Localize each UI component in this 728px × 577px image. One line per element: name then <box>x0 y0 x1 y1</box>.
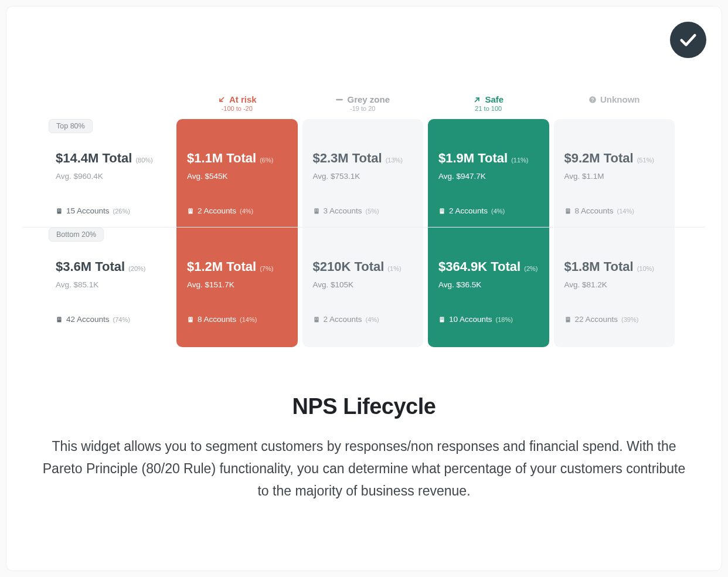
svg-rect-10 <box>189 208 193 213</box>
building-icon <box>56 316 63 323</box>
svg-rect-46 <box>441 318 441 318</box>
svg-rect-18 <box>315 211 316 211</box>
question-circle-icon <box>588 96 597 104</box>
svg-line-2 <box>475 98 479 101</box>
col-label: Grey zone <box>347 94 390 104</box>
svg-rect-35 <box>189 317 193 322</box>
cell-bottom-unknown[interactable]: $1.8M Total(10%) Avg. $81.2K 22 Accounts… <box>554 228 675 347</box>
cell-top-unknown[interactable]: $9.2M Total(51%) Avg. $1.1M 8 Accounts(1… <box>554 119 675 227</box>
arrow-down-left-icon <box>217 96 226 104</box>
building-icon <box>313 208 320 215</box>
col-label: Safe <box>485 94 504 104</box>
svg-rect-42 <box>317 318 317 318</box>
svg-rect-47 <box>443 318 443 318</box>
row-total: $3.6M Total (20%) <box>56 259 169 274</box>
col-range: 21 to 100 <box>475 105 502 112</box>
svg-rect-32 <box>60 318 60 318</box>
svg-rect-38 <box>189 319 190 320</box>
svg-rect-17 <box>317 209 317 210</box>
svg-rect-29 <box>568 211 569 211</box>
col-header-grey-zone: Grey zone -19 to 20 <box>300 94 426 119</box>
svg-rect-48 <box>441 319 441 320</box>
cell-bottom-risk[interactable]: $1.2M Total(7%) Avg. $151.7K 8 Accounts(… <box>176 228 298 347</box>
building-icon <box>438 316 445 323</box>
svg-rect-34 <box>60 319 60 320</box>
svg-point-4 <box>592 101 593 101</box>
col-header-unknown: Unknown <box>552 94 678 119</box>
svg-rect-14 <box>191 211 192 211</box>
svg-rect-5 <box>57 208 62 213</box>
lifecycle-grid: At risk -100 to -20 Grey zone -19 to 20 … <box>51 94 677 347</box>
svg-rect-40 <box>314 317 318 322</box>
selected-check-icon[interactable] <box>670 22 706 58</box>
svg-rect-27 <box>568 209 569 210</box>
widget-caption: NPS Lifecycle This widget allows you to … <box>23 394 705 503</box>
svg-rect-43 <box>315 319 316 320</box>
cell-top-risk[interactable]: $1.1M Total(6%) Avg. $545K 2 Accounts(4%… <box>176 119 298 227</box>
svg-rect-54 <box>568 319 569 320</box>
svg-rect-53 <box>567 319 567 320</box>
svg-rect-15 <box>314 208 318 213</box>
svg-rect-30 <box>57 317 62 322</box>
row-accounts: 15 Accounts (26%) <box>56 206 169 215</box>
svg-rect-49 <box>443 319 443 320</box>
row-summary: Top 80% $14.4M Total (80%) Avg. $960.4K … <box>51 119 174 227</box>
row-badge: Top 80% <box>49 119 93 133</box>
svg-rect-19 <box>317 211 317 211</box>
col-header-at-risk: At risk -100 to -20 <box>174 94 300 119</box>
row-summary: Bottom 20% $3.6M Total (20%) Avg. $85.1K… <box>51 228 174 347</box>
cell-top-safe[interactable]: $1.9M Total(11%) Avg. $947.7K 2 Accounts… <box>428 119 549 227</box>
svg-rect-26 <box>567 209 567 210</box>
svg-rect-6 <box>58 209 59 210</box>
row-accounts: 42 Accounts (74%) <box>56 315 169 324</box>
svg-rect-23 <box>441 211 441 211</box>
svg-rect-36 <box>189 318 190 318</box>
col-label: Unknown <box>600 94 640 104</box>
cell-bottom-grey[interactable]: $210K Total(1%) Avg. $105K 2 Accounts(4%… <box>302 228 424 347</box>
svg-rect-31 <box>58 318 59 318</box>
row-avg: Avg. $960.4K <box>56 172 169 181</box>
col-label: At risk <box>229 94 257 104</box>
building-icon <box>564 208 571 215</box>
widget-title: NPS Lifecycle <box>37 394 691 419</box>
svg-rect-45 <box>440 317 444 322</box>
svg-rect-20 <box>440 208 444 213</box>
building-icon <box>56 208 63 215</box>
svg-rect-24 <box>443 211 443 211</box>
svg-rect-37 <box>191 318 192 318</box>
row-total: $14.4M Total (80%) <box>56 151 169 166</box>
svg-rect-33 <box>58 319 59 320</box>
building-icon <box>313 316 320 323</box>
widget-description: This widget allows you to segment custom… <box>39 436 689 503</box>
svg-rect-44 <box>317 319 317 320</box>
building-icon <box>564 316 571 323</box>
svg-rect-52 <box>568 318 569 318</box>
svg-rect-9 <box>60 211 60 211</box>
svg-rect-41 <box>315 318 316 318</box>
building-icon <box>187 208 194 215</box>
svg-rect-8 <box>58 211 59 211</box>
svg-rect-21 <box>441 209 441 210</box>
grid-row-top: Top 80% $14.4M Total (80%) Avg. $960.4K … <box>51 119 677 227</box>
col-header-safe: Safe 21 to 100 <box>426 94 552 119</box>
svg-rect-12 <box>191 209 192 210</box>
svg-rect-51 <box>567 318 567 318</box>
svg-rect-13 <box>189 211 190 211</box>
svg-rect-25 <box>566 208 570 213</box>
svg-line-0 <box>220 97 223 101</box>
widget-card: At risk -100 to -20 Grey zone -19 to 20 … <box>6 6 722 571</box>
building-icon <box>438 208 445 215</box>
cell-top-grey[interactable]: $2.3M Total(13%) Avg. $753.1K 3 Accounts… <box>302 119 424 227</box>
column-headers: At risk -100 to -20 Grey zone -19 to 20 … <box>51 94 677 119</box>
dash-icon <box>335 96 343 104</box>
col-range: -100 to -20 <box>222 105 253 112</box>
svg-rect-39 <box>191 319 192 320</box>
arrow-up-right-icon <box>473 96 481 104</box>
svg-rect-22 <box>443 209 443 210</box>
svg-rect-50 <box>566 317 570 322</box>
row-badge: Bottom 20% <box>49 228 104 242</box>
cell-bottom-safe[interactable]: $364.9K Total(2%) Avg. $36.5K 10 Account… <box>428 228 549 347</box>
svg-rect-16 <box>315 209 316 210</box>
row-avg: Avg. $85.1K <box>56 280 169 289</box>
svg-rect-7 <box>60 209 60 210</box>
